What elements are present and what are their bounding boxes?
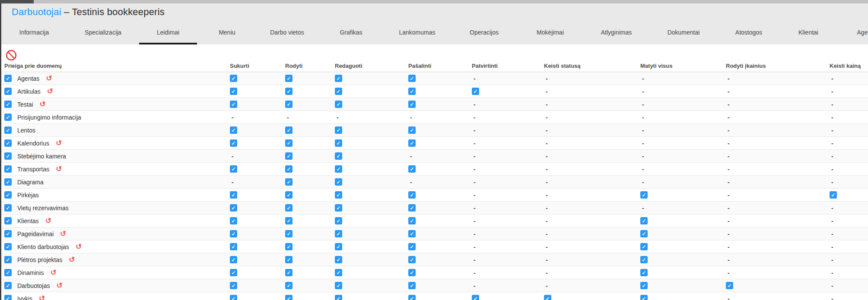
permission-checkbox[interactable]: ✓: [408, 126, 416, 134]
permission-checkbox[interactable]: ✓: [230, 165, 237, 173]
permission-checkbox[interactable]: ✓: [285, 230, 293, 237]
row-checkbox[interactable]: ✓: [4, 269, 12, 276]
permission-checkbox[interactable]: ✓: [408, 217, 416, 224]
permission-checkbox[interactable]: ✓: [285, 217, 293, 224]
permission-checkbox[interactable]: ✓: [640, 295, 648, 300]
permission-checkbox[interactable]: ✓: [230, 139, 237, 147]
permission-checkbox[interactable]: ✓: [230, 191, 237, 199]
permission-checkbox[interactable]: ✓: [640, 243, 648, 250]
permission-checkbox[interactable]: ✓: [285, 178, 293, 186]
tab-darbo-vietos[interactable]: Darbo vietos: [256, 20, 318, 44]
permission-checkbox[interactable]: ✓: [230, 88, 237, 95]
undo-icon[interactable]: ↺: [47, 88, 53, 95]
tab-atostogos[interactable]: Atostogos: [717, 20, 780, 44]
undo-icon[interactable]: ↺: [56, 139, 62, 147]
permission-checkbox[interactable]: ✓: [285, 191, 293, 199]
permission-checkbox[interactable]: ✓: [335, 217, 342, 224]
tab-dokumentai[interactable]: Dokumentai: [650, 20, 717, 44]
tab-mokėjimai[interactable]: Mokėjimai: [518, 20, 583, 44]
row-checkbox[interactable]: ✓: [4, 295, 12, 300]
permission-checkbox[interactable]: ✓: [230, 217, 237, 224]
undo-icon[interactable]: ↺: [46, 75, 52, 82]
row-checkbox[interactable]: ✓: [4, 204, 12, 212]
permission-checkbox[interactable]: ✓: [408, 204, 416, 212]
permission-checkbox[interactable]: ✓: [472, 88, 479, 95]
permission-checkbox[interactable]: ✓: [335, 243, 342, 250]
tab-klientai[interactable]: Klientai: [780, 20, 836, 44]
permission-checkbox[interactable]: ✓: [230, 295, 237, 300]
row-checkbox[interactable]: ✓: [4, 114, 12, 121]
tab-age[interactable]: Age: [836, 20, 868, 44]
undo-icon[interactable]: ↺: [50, 269, 56, 276]
permission-checkbox[interactable]: ✓: [408, 75, 416, 82]
tab-leidimai[interactable]: Leidimai: [138, 20, 198, 44]
tab-informacija[interactable]: Informacija: [0, 20, 68, 44]
row-checkbox[interactable]: ✓: [4, 282, 12, 289]
row-checkbox[interactable]: ✓: [4, 139, 12, 147]
undo-icon[interactable]: ↺: [56, 165, 62, 173]
row-checkbox[interactable]: ✓: [4, 256, 12, 263]
no-access-icon[interactable]: [6, 50, 17, 61]
row-checkbox[interactable]: ✓: [4, 75, 12, 82]
permission-checkbox[interactable]: ✓: [230, 75, 237, 82]
tab-meniu[interactable]: Meniu: [198, 20, 256, 44]
permission-checkbox[interactable]: ✓: [335, 75, 342, 82]
undo-icon[interactable]: ↺: [57, 282, 63, 289]
permission-checkbox[interactable]: ✓: [335, 178, 342, 186]
permission-checkbox[interactable]: ✓: [285, 269, 293, 276]
permission-checkbox[interactable]: ✓: [335, 126, 342, 134]
permission-checkbox[interactable]: ✓: [285, 139, 293, 147]
permission-checkbox[interactable]: ✓: [408, 191, 416, 199]
permission-checkbox[interactable]: ✓: [230, 269, 237, 276]
permission-checkbox[interactable]: ✓: [335, 230, 342, 237]
permission-checkbox[interactable]: ✓: [285, 126, 293, 134]
permission-checkbox[interactable]: ✓: [335, 256, 342, 263]
permission-checkbox[interactable]: ✓: [285, 101, 293, 108]
permission-checkbox[interactable]: ✓: [335, 101, 342, 108]
row-checkbox[interactable]: ✓: [4, 101, 12, 108]
undo-icon[interactable]: ↺: [45, 217, 51, 224]
row-checkbox[interactable]: ✓: [4, 88, 12, 95]
undo-icon[interactable]: ↺: [76, 243, 82, 250]
permission-checkbox[interactable]: ✓: [408, 256, 416, 263]
scrollbar-thumb[interactable]: [0, 0, 34, 3]
permission-checkbox[interactable]: ✓: [640, 256, 648, 263]
permission-checkbox[interactable]: ✓: [640, 191, 648, 199]
permission-checkbox[interactable]: ✓: [408, 243, 416, 250]
permission-checkbox[interactable]: ✓: [285, 204, 293, 212]
permission-checkbox[interactable]: ✓: [230, 126, 237, 134]
permission-checkbox[interactable]: ✓: [640, 217, 648, 224]
permission-checkbox[interactable]: ✓: [408, 165, 416, 173]
permission-checkbox[interactable]: ✓: [408, 230, 416, 237]
row-checkbox[interactable]: ✓: [4, 152, 12, 160]
undo-icon[interactable]: ↺: [39, 295, 45, 300]
permission-checkbox[interactable]: ✓: [640, 269, 648, 276]
undo-icon[interactable]: ↺: [69, 256, 75, 263]
permission-checkbox[interactable]: ✓: [640, 282, 648, 289]
horizontal-scrollbar[interactable]: [0, 0, 868, 3]
permission-checkbox[interactable]: ✓: [544, 295, 551, 300]
row-checkbox[interactable]: ✓: [4, 126, 12, 134]
undo-icon[interactable]: ↺: [40, 101, 46, 108]
permission-checkbox[interactable]: ✓: [408, 269, 416, 276]
tab-operacijos[interactable]: Operacijos: [451, 20, 518, 44]
permission-checkbox[interactable]: ✓: [408, 101, 416, 108]
permission-checkbox[interactable]: ✓: [285, 88, 293, 95]
permission-checkbox[interactable]: ✓: [335, 88, 342, 95]
permission-checkbox[interactable]: ✓: [230, 230, 237, 237]
permission-checkbox[interactable]: ✓: [230, 243, 237, 250]
permission-checkbox[interactable]: ✓: [285, 256, 293, 263]
row-checkbox[interactable]: ✓: [4, 243, 12, 250]
permission-checkbox[interactable]: ✓: [230, 101, 237, 108]
row-checkbox[interactable]: ✓: [4, 191, 12, 199]
permission-checkbox[interactable]: ✓: [335, 269, 342, 276]
permission-checkbox[interactable]: ✓: [335, 204, 342, 212]
permission-checkbox[interactable]: ✓: [726, 282, 733, 289]
tab-grafikas[interactable]: Grafikas: [318, 20, 384, 44]
tab-specializacija[interactable]: Specializacija: [68, 20, 138, 44]
row-checkbox[interactable]: ✓: [4, 165, 12, 173]
permission-checkbox[interactable]: ✓: [472, 295, 479, 300]
permission-checkbox[interactable]: ✓: [285, 243, 293, 250]
permission-checkbox[interactable]: ✓: [230, 256, 237, 263]
permission-checkbox[interactable]: ✓: [408, 295, 416, 300]
